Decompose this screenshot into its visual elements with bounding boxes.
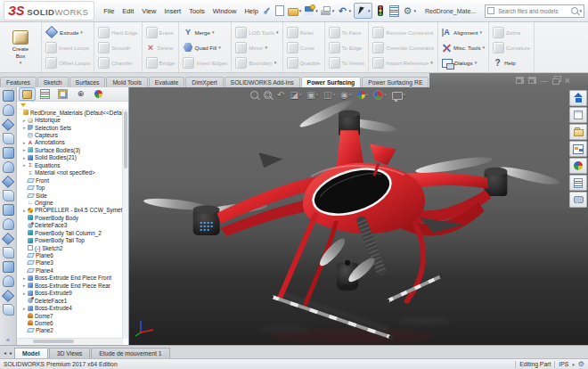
delete-face-button[interactable]: [1, 203, 15, 217]
view-orientation-button[interactable]: ▾: [306, 90, 318, 100]
tree-item-sketch2[interactable]: (-) Sketch2: [17, 244, 123, 251]
zoom-to-area-button[interactable]: [264, 91, 272, 99]
dropdown-caret[interactable]: ▾: [333, 90, 336, 100]
offset-surface-button[interactable]: [1, 103, 15, 117]
ribbon-create-box[interactable]: CreateBox▾: [2, 30, 39, 65]
tree-item-equations[interactable]: ▸Equations: [17, 161, 123, 168]
tree-item-dome6[interactable]: Dome6: [17, 319, 123, 326]
select-button[interactable]: ▾: [354, 3, 373, 19]
ribbon-extrude[interactable]: Extrude▾: [44, 25, 92, 40]
tree-item-plane4[interactable]: Plane4: [17, 266, 123, 274]
restore-document-button[interactable]: [552, 76, 560, 85]
ribbon-dialogs[interactable]: Dialogs▾: [440, 55, 486, 70]
ribbon-lod-tools[interactable]: LOD Tools▾: [233, 25, 280, 40]
units-dropdown-caret[interactable]: ▾: [572, 362, 575, 367]
dropdown-caret[interactable]: ▾: [384, 90, 387, 100]
ribbon-relax[interactable]: Relax: [285, 25, 323, 40]
dropdown-caret[interactable]: ▾: [480, 29, 483, 35]
graphics-viewport[interactable]: ▾▾▾▾▾▾▾: [129, 87, 588, 345]
tree-item-dome7[interactable]: Dome7: [17, 312, 123, 319]
file-explorer-button[interactable]: [569, 124, 587, 140]
filter-icon[interactable]: [20, 103, 26, 107]
dropdown-caret[interactable]: ▾: [316, 90, 319, 100]
ribbon-chamfer[interactable]: Chamfer: [96, 55, 140, 70]
status-options-icon[interactable]: ⚙: [578, 360, 584, 369]
dropdown-caret[interactable]: ▾: [413, 8, 416, 13]
undo-button[interactable]: ▾: [337, 4, 351, 18]
menu-insert[interactable]: Insert: [164, 7, 181, 15]
ribbon-curve[interactable]: Curve: [285, 40, 323, 55]
dropdown-caret[interactable]: ▾: [348, 8, 351, 13]
tree-item-boss-extrude-end-piece-rear[interactable]: ▸Boss-Extrude End Piece Rear: [17, 282, 123, 289]
ribbon-to-face[interactable]: To Face: [327, 25, 367, 40]
previous-window-button[interactable]: [516, 76, 524, 85]
swept-surface-button[interactable]: [1, 132, 15, 145]
collapse-toolbar-button[interactable]: «: [6, 337, 10, 345]
hide-show-items-button[interactable]: ▾: [340, 90, 351, 100]
menu-window[interactable]: Window: [213, 7, 237, 15]
dropdown-caret[interactable]: ▾: [265, 45, 267, 50]
tree-item-historique[interactable]: ▸Historique: [17, 116, 123, 123]
ribbon-merge[interactable]: Merge▾: [181, 25, 229, 40]
tab-dimxpert[interactable]: DimXpert: [185, 77, 223, 87]
ribbon-zebra[interactable]: Zebra: [491, 25, 532, 40]
save-button[interactable]: ▾: [304, 4, 318, 18]
tab-featuremanager-design-tree[interactable]: [19, 87, 36, 101]
expand-arrow-icon[interactable]: ▸: [23, 125, 28, 130]
tree-item-top[interactable]: Top: [17, 184, 123, 191]
ribbon-quad-fill[interactable]: Quad Fill▾: [181, 40, 229, 55]
solidworks-resources-button[interactable]: [569, 90, 587, 106]
ribbon-insert-edges[interactable]: Insert Edges: [181, 55, 229, 70]
ribbon-override-constraint[interactable]: Override Constraint: [371, 40, 436, 55]
dropdown-caret[interactable]: ▾: [218, 45, 221, 50]
tree-item-front[interactable]: Front: [17, 176, 123, 184]
tree-item-boss-extrude4[interactable]: ▸Boss-Extrude4: [17, 304, 123, 311]
ribbon-offset-loops[interactable]: Offset Loops: [44, 55, 92, 70]
tree-item-boss-extrude9[interactable]: ▸Boss-Extrude9: [17, 290, 123, 297]
tab-dimxpert-manager[interactable]: ⊕: [72, 87, 89, 101]
tree-item-origine[interactable]: Origine: [17, 199, 123, 206]
ribbon-quadize[interactable]: Quadize: [285, 55, 323, 70]
tree-item-propeller-8x4-5-ccw-sym-trique[interactable]: ▸PROPELLER - 8x4.5 CCW_Symétrique->?: [17, 207, 123, 214]
tab-configuration-manager[interactable]: [54, 87, 71, 101]
tree-item-deleteface3[interactable]: DeleteFace3: [17, 222, 123, 229]
dropdown-caret[interactable]: ▾: [366, 90, 369, 100]
menu-file[interactable]: File: [103, 7, 114, 15]
tab-scroll-right-button[interactable]: ▸: [8, 348, 14, 358]
tree-vertical-scrollbar[interactable]: [122, 109, 128, 339]
open-button[interactable]: ▾: [288, 4, 302, 18]
ribbon-smooth[interactable]: Smooth: [96, 40, 140, 55]
custom-properties-button[interactable]: [569, 175, 587, 191]
ribbon-hard-edge[interactable]: Hard Edge: [96, 25, 140, 40]
tree-item-powerbody-tail-column-2[interactable]: PowerBody Tail Column_2: [17, 229, 123, 236]
ribbon-misc-tools[interactable]: Misc. Tools▾: [440, 40, 486, 55]
search-box[interactable]: ▾: [485, 4, 584, 18]
tree-item-reddrone-materials-d-faut-d-faut-etat-d-a[interactable]: RedDrone_Materials (Défaut<<Défaut>_Etat…: [17, 109, 123, 116]
tab-power-surfacing[interactable]: Power Surfacing: [301, 77, 362, 87]
lofted-surface-button[interactable]: [1, 146, 15, 160]
planar-surface-button[interactable]: [1, 89, 15, 102]
ribbon-to-edge[interactable]: To Edge: [327, 40, 367, 55]
view-settings-button[interactable]: ▾: [392, 90, 406, 100]
dropdown-caret[interactable]: ▾: [212, 29, 215, 35]
tree-item-material-not-specified[interactable]: Material <not specified>: [17, 169, 123, 176]
dropdown-caret[interactable]: ▾: [483, 45, 486, 50]
design-library-button[interactable]: [569, 107, 587, 123]
dropdown-caret[interactable]: ▾: [349, 90, 352, 100]
tab-evaluate[interactable]: Evaluate: [149, 77, 184, 87]
display-style-button[interactable]: ▾: [323, 90, 335, 100]
ribbon-remove-constraint[interactable]: Remove Constraint: [371, 25, 436, 40]
tab-mold-tools[interactable]: Mold Tools: [106, 77, 147, 87]
dropdown-caret[interactable]: ▾: [276, 29, 279, 35]
rebuild-traffic-light-button[interactable]: [375, 4, 386, 18]
dropdown-caret[interactable]: ▾: [368, 8, 371, 13]
tree-item-powerbody-tail-top[interactable]: PowerBody Tail Top: [17, 236, 123, 243]
ribbon-erase[interactable]: Erase: [144, 25, 177, 40]
appearances-scenes-button[interactable]: [569, 158, 587, 174]
flatten-surface-button[interactable]: [1, 303, 15, 316]
previous-view-button[interactable]: [277, 90, 284, 100]
tab-features[interactable]: Features: [0, 77, 37, 87]
section-view-button[interactable]: ▾: [290, 90, 301, 100]
replace-face-button[interactable]: [1, 217, 15, 231]
tree-item-solid-bodies-21[interactable]: ▸Solid Bodies(21): [17, 154, 123, 161]
